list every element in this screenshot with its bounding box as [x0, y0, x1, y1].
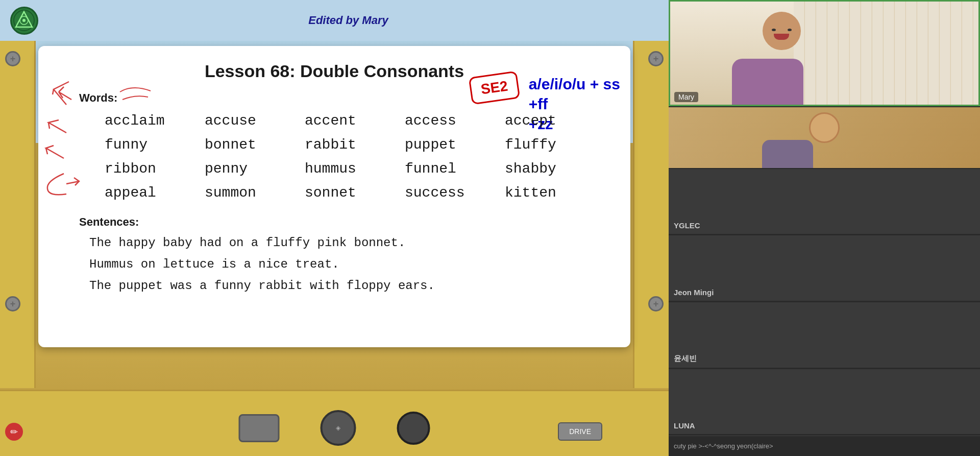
word-summon: summon	[205, 183, 305, 203]
bolt-left-top	[5, 51, 20, 66]
main-content-area: Edited by Mary Lesson 68: Double Consona…	[0, 0, 669, 456]
content-board: Lesson 68: Double Consonants SE2 a/e/i/o…	[38, 46, 630, 347]
word-appeal: appeal	[105, 183, 205, 203]
word-bonnet: bonnet	[205, 135, 305, 155]
video-tile-mary: Mary	[669, 0, 980, 106]
mary-name-label: Mary	[674, 92, 698, 102]
screen-label: DRIVE	[569, 427, 591, 436]
sentence-1: The happy baby had on a fluffy pink bonn…	[89, 234, 605, 252]
mary-avatar-body	[732, 59, 803, 105]
word-rabbit: rabbit	[305, 135, 405, 155]
word-access: access	[405, 111, 505, 131]
word-accuse: accuse	[205, 111, 305, 131]
word-acclaim: acclaim	[105, 111, 205, 131]
svg-point-3	[22, 19, 26, 22]
participant-unknown: 윤세빈	[669, 302, 980, 368]
formula-box: SE2	[469, 71, 521, 105]
secondary-video-content	[669, 107, 980, 168]
participant-luna: LUNA	[669, 369, 980, 435]
word-penny: penny	[205, 159, 305, 179]
sentence-2: Hummus on lettuce is a nice treat.	[89, 255, 605, 274]
word-success: success	[405, 183, 505, 203]
word-hummus: hummus	[305, 159, 405, 179]
word-accent: accent	[305, 111, 405, 131]
edit-button[interactable]: ✏	[5, 423, 23, 441]
logo-svg	[13, 9, 36, 32]
header-title: Edited by Mary	[38, 14, 658, 27]
bolt-right-bottom	[648, 296, 664, 311]
bolt-left-bottom	[5, 296, 20, 311]
word-puppet: puppet	[405, 135, 505, 155]
chat-bar: cuty pie >-<^-^seong yeon(claire>	[669, 436, 980, 456]
chat-text: cuty pie >-<^-^seong yeon(claire>	[674, 442, 773, 450]
luna-name-label: LUNA	[674, 421, 695, 430]
right-panel: Mary YGLEC Jeon Mingi 윤세빈 LUNA cuty pie …	[669, 0, 980, 456]
edit-icon: ✏	[10, 426, 18, 438]
word-funnel: funnel	[405, 159, 505, 179]
yglec-name-label: YGLEC	[674, 221, 700, 230]
bus-bottom-panel: ◈ DRIVE	[0, 390, 669, 456]
word-shabby: shabby	[505, 159, 605, 179]
word-funny: funny	[105, 135, 205, 155]
participant-jeon-mingi: Jeon Mingi	[669, 235, 980, 301]
word-sonnet: sonnet	[305, 183, 405, 203]
word-fluffy: fluffy	[505, 135, 605, 155]
word-ribbon: ribbon	[105, 159, 205, 179]
dial-left	[239, 414, 280, 442]
screen-button[interactable]: DRIVE	[558, 422, 602, 441]
words-grid: acclaim accuse accent access accept funn…	[105, 111, 605, 203]
video-tile-secondary	[669, 107, 980, 168]
bus-dashboard: ◈	[239, 410, 430, 446]
bus-right-panel	[633, 41, 669, 388]
logo	[10, 7, 38, 35]
bus-left-panel	[0, 41, 36, 388]
header-bar: Edited by Mary	[0, 0, 669, 41]
word-kitten: kitten	[505, 183, 605, 203]
unknown-name-label: 윤세빈	[674, 354, 697, 364]
jeon-mingi-name-label: Jeon Mingi	[674, 288, 714, 297]
bolt-right-top	[648, 51, 664, 66]
compass-dial: ◈	[321, 410, 356, 446]
sentences-label: Sentences:	[79, 215, 605, 229]
participant-yglec: YGLEC	[669, 169, 980, 235]
sentence-3: The puppet was a funny rabbit with flopp…	[89, 277, 605, 295]
mary-avatar-face	[768, 19, 796, 42]
mary-video-content	[670, 2, 978, 105]
word-accept: accept	[505, 111, 605, 131]
steering-dial	[397, 412, 430, 445]
